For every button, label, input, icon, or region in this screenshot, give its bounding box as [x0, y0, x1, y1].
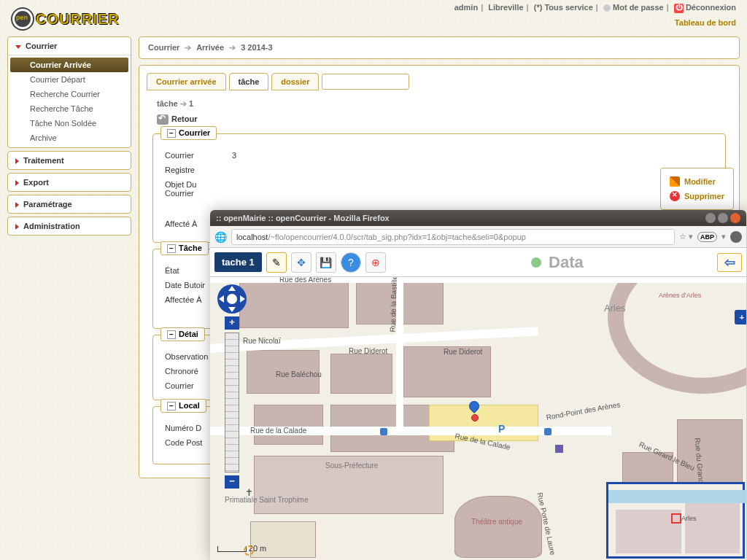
app-logo: pen COURRIER: [11, 7, 120, 31]
map-marker[interactable]: [469, 401, 481, 417]
map-nav-control: + −: [217, 284, 247, 489]
user-link[interactable]: admin: [454, 3, 478, 12]
delete-icon: [670, 191, 680, 201]
street-label: Rue Nicolaï: [243, 337, 281, 345]
street-label: Rue Baléchou: [276, 370, 322, 378]
parking-icon: P: [498, 423, 505, 435]
chevron-down-icon: [15, 45, 21, 49]
pan-control[interactable]: [217, 284, 247, 314]
logo-text: COURRIER: [36, 11, 120, 28]
fieldset-courrier-legend[interactable]: −Courrier: [160, 126, 217, 140]
fieldset-tache-legend[interactable]: −Tâche: [160, 241, 209, 255]
street-label: Rue de la Calade: [250, 427, 306, 435]
street-label: Rue Diderot: [444, 348, 482, 356]
sidebar-item-courrier-arrivee[interactable]: Courrier Arrivée: [10, 58, 128, 72]
loading-spinner-icon: [244, 545, 254, 556]
zoom-out-button[interactable]: −: [225, 475, 239, 489]
street-label: Rue Diderot: [349, 347, 387, 355]
tab-search-input[interactable]: [322, 74, 409, 90]
street-label: Rue des Arènes: [279, 277, 331, 284]
browser-urlbar: 🌐 localhost/~flo/opencourrier/4.0.0/scr/…: [210, 226, 746, 248]
save-tool[interactable]: 💾: [316, 252, 336, 273]
tab-dossier[interactable]: dossier: [271, 73, 319, 90]
url-input[interactable]: localhost/~flo/opencourrier/4.0.0/scr/ta…: [231, 229, 675, 245]
bus-icon: [544, 428, 551, 435]
bus-icon: [380, 428, 387, 435]
target-tool[interactable]: ⊕: [365, 252, 386, 273]
sub-breadcrumb: tâche ➔ 1: [147, 96, 732, 112]
bulb-icon: [531, 257, 541, 268]
dashboard-link[interactable]: Tableau de bord: [675, 18, 736, 27]
modify-button[interactable]: Modifier: [670, 174, 724, 189]
move-tool[interactable]: ✥: [291, 252, 311, 273]
zoom-in-button[interactable]: +: [225, 316, 239, 330]
label-objet: Objet Du Courrier: [160, 178, 226, 200]
pencil-icon: [670, 176, 680, 187]
delete-button[interactable]: Supprimer: [670, 189, 724, 203]
sidebar-item-tache-non-soldee[interactable]: Tâche Non Soldée: [8, 116, 131, 131]
window-titlebar[interactable]: :: openMairie :: openCourrier - Mozilla …: [210, 210, 746, 226]
tab-courrier-arrivee[interactable]: Courrier arrivée: [147, 73, 226, 90]
fieldset-detail-legend[interactable]: −Détai: [160, 327, 205, 341]
edit-tool[interactable]: ✎: [266, 252, 287, 273]
data-label: Data: [549, 253, 584, 272]
maximize-button[interactable]: [718, 213, 728, 223]
service-link[interactable]: (*) Tous service: [534, 3, 593, 12]
poi-label: Arènes d'Arles: [659, 292, 688, 299]
poi-label: Sous-Préfecture: [325, 462, 378, 470]
logout-link[interactable]: Déconnexion: [686, 3, 736, 12]
sidebar-item-recherche-courrier[interactable]: Recherche Courrier: [8, 87, 131, 101]
sidebar-item-courrier-depart[interactable]: Courrier Départ: [8, 72, 131, 87]
actions-panel: Modifier Supprimer: [660, 168, 734, 210]
label-registre: Registre: [160, 163, 226, 176]
church-icon: ✝: [245, 487, 253, 498]
power-icon: [674, 4, 684, 13]
poi-label: Théâtre antique: [471, 518, 508, 526]
chevron-right-icon: [15, 202, 19, 208]
value-courrier: 3: [228, 149, 718, 162]
sidebar-item-archive[interactable]: Archive: [8, 131, 131, 145]
street-label: Rond-Point des Arènes: [546, 400, 621, 421]
globe-icon: 🌐: [214, 231, 227, 243]
layers-toggle[interactable]: +: [735, 310, 746, 324]
sidebar-panel-courrier[interactable]: Courrier: [8, 37, 131, 55]
back-arrow-icon: [157, 114, 169, 125]
sidebar-panel-traitement[interactable]: Traitement: [8, 152, 131, 169]
window-title: :: openMairie :: openCourrier - Mozilla …: [216, 214, 390, 222]
tache-badge: tache 1: [214, 252, 262, 272]
map-canvas[interactable]: Rue des Arènes Rue Nicolaï Rue Diderot R…: [210, 277, 746, 560]
museum-icon: [555, 445, 563, 453]
sidebar-panel-export[interactable]: Export: [8, 174, 131, 191]
map-back-button[interactable]: ⇦: [717, 253, 742, 272]
city-label: Arles: [604, 303, 626, 314]
topbar-userinfo: admin| Libreville| (*) Tous service| Mot…: [454, 3, 736, 13]
breadcrumb: Courrier ➔ Arrivée ➔ 3 2014-3: [139, 36, 740, 59]
help-tool[interactable]: ?: [341, 252, 361, 273]
password-link[interactable]: Mot de passe: [613, 3, 664, 12]
sidebar-panel-administration[interactable]: Administration: [8, 217, 131, 235]
abp-badge[interactable]: ABP: [697, 232, 717, 242]
back-link[interactable]: Retour: [147, 112, 732, 128]
chevron-right-icon: [15, 158, 19, 164]
close-button[interactable]: [730, 213, 740, 223]
label-courrier: Courrier: [160, 149, 226, 162]
logo-open-text: pen: [16, 14, 28, 21]
scale-bar: 20 m: [217, 544, 266, 553]
zoom-slider[interactable]: [225, 333, 239, 472]
location-link[interactable]: Libreville: [488, 3, 523, 12]
chevron-right-icon: [15, 180, 19, 186]
sidebar-item-recherche-tache[interactable]: Recherche Tâche: [8, 101, 131, 116]
tab-tache[interactable]: tâche: [229, 73, 269, 90]
poi-label: Primatiale Saint Trophime: [225, 496, 283, 504]
dropdown-icon[interactable]: ☆ ▾: [679, 232, 693, 241]
minimap-label: Arles: [681, 515, 697, 522]
overview-map[interactable]: Arles: [606, 482, 745, 559]
fieldset-local-legend[interactable]: −Local: [160, 399, 206, 413]
sidebar-panel-parametrage[interactable]: Paramétrage: [8, 195, 131, 213]
overview-extent: [671, 513, 681, 524]
key-icon: [603, 4, 611, 12]
firebug-icon[interactable]: [730, 231, 742, 243]
chevron-right-icon: [15, 224, 19, 230]
menu-icon[interactable]: ▾: [721, 232, 726, 241]
minimize-button[interactable]: [705, 213, 716, 223]
